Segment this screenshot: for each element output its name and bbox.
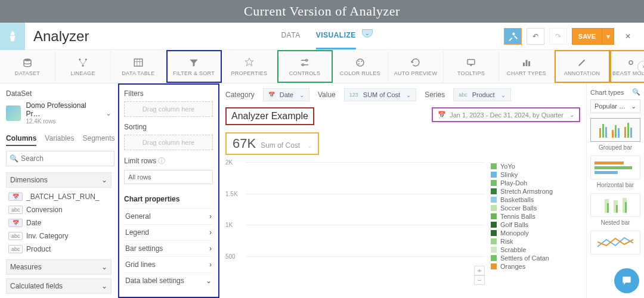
svg-point-0 (24, 58, 31, 61)
toolbar-dataset[interactable]: DATASET (0, 50, 55, 83)
close-button[interactable]: ✕ (619, 28, 637, 45)
legend-label: Basketballs (500, 196, 534, 203)
legend-label: Stretch Armstrong (500, 188, 553, 195)
toolbar-datatable[interactable]: DATA TABLE (111, 50, 166, 83)
chevron-down-icon[interactable]: ⌄ (362, 29, 373, 38)
cp-datalabel[interactable]: Data label settings⌄ (124, 272, 213, 288)
dataset-panel: DataSet Domo Professional Pr… 12.4K rows… (0, 83, 118, 298)
legend-swatch (491, 213, 497, 219)
redo-button[interactable]: ↷ (549, 28, 567, 45)
cp-gridlines[interactable]: Grid lines› (124, 256, 213, 272)
tab-data[interactable]: DATA (281, 23, 300, 49)
thumb-horizontal-bar[interactable] (590, 156, 640, 179)
field-item[interactable]: abcConversion (6, 203, 112, 216)
legend-label: Oranges (500, 263, 525, 270)
thumb-line[interactable] (590, 231, 640, 254)
chevron-down-icon: ⌄ (101, 176, 107, 184)
limit-rows-input[interactable] (124, 170, 213, 184)
svg-point-5 (306, 59, 308, 61)
legend-item[interactable]: Oranges (491, 262, 580, 271)
toolbar-tooltips[interactable]: TOOLTIPS (444, 50, 499, 83)
thumb-grouped-bar[interactable] (590, 118, 640, 142)
legend-label: Settlers of Catan (500, 254, 549, 262)
subtab-columns[interactable]: Columns (6, 134, 36, 146)
field-item[interactable]: 📅_BATCH_LAST_RUN_ (6, 190, 112, 203)
legend-item[interactable]: Monopoly (491, 229, 580, 237)
cp-general[interactable]: General› (124, 208, 213, 224)
y-tick-label: 500 (225, 253, 236, 259)
subtab-segments[interactable]: Segments (82, 134, 114, 146)
toolbar-beastmode[interactable]: BEAST MODE › (610, 50, 644, 83)
dataset-picker[interactable]: Domo Professional Pr… 12.4K rows ⌄ (6, 101, 112, 125)
chart-types-label: Chart types (590, 89, 624, 96)
filters-dropzone[interactable]: Drag column here (124, 101, 213, 117)
toolbar-properties[interactable]: PROPERTIES (222, 50, 277, 83)
info-icon[interactable]: ⓘ (158, 157, 165, 165)
kpi-value: 67K (233, 136, 256, 151)
chevron-down-icon[interactable]: ⌄ (106, 109, 112, 117)
group-calculated[interactable]: Calculated fields⌄ (6, 278, 112, 294)
chart-area: Category 📅Date⌄ Value 123SUM of Cost⌄ Se… (219, 83, 587, 298)
svg-rect-14 (528, 61, 530, 66)
field-item[interactable]: abcInv. Category (6, 229, 112, 243)
legend-item[interactable]: Settlers of Catan (491, 254, 580, 262)
chart-legend: YoYoSlinkyPlay-DohStretch ArmstrongBaske… (491, 162, 580, 271)
legend-item[interactable]: Tennis Balls (491, 212, 580, 221)
undo-button[interactable]: ↶ (527, 28, 544, 45)
toolbar-lineage[interactable]: LINEAGE (55, 50, 111, 83)
svg-point-7 (357, 59, 364, 66)
thumb-nested-bar[interactable] (590, 193, 640, 217)
number-icon: 123 (349, 92, 358, 98)
chevron-down-icon: ⌄ (101, 282, 107, 290)
save-button[interactable]: SAVE (572, 28, 602, 45)
tab-visualize[interactable]: VISUALIZE (316, 23, 356, 49)
field-item[interactable]: abcProduct (6, 243, 112, 256)
svg-rect-13 (526, 60, 528, 66)
toolbar-controls[interactable]: CONTROLS (277, 50, 333, 83)
sorting-label: Sorting (124, 123, 213, 131)
tools-button[interactable] (504, 28, 522, 45)
value-picker[interactable]: 123SUM of Cost⌄ (344, 88, 416, 101)
group-measures[interactable]: Measures⌄ (6, 259, 112, 275)
legend-swatch (491, 230, 497, 236)
legend-item[interactable]: Basketballs (491, 195, 580, 204)
toolbar-autopreview[interactable]: AUTO PREVIEW (388, 50, 444, 83)
toolbar-filtersort[interactable]: FILTER & SORT (166, 50, 222, 83)
legend-swatch (491, 247, 497, 253)
text-icon: abc (8, 206, 23, 214)
zoom-in-button[interactable]: + (474, 266, 485, 275)
search-input[interactable] (6, 151, 114, 166)
legend-item[interactable]: Golf Balls (491, 221, 580, 229)
toolbar-annotation[interactable]: ANNOTATION (555, 50, 610, 83)
thumb-label: Grouped bar (590, 144, 640, 151)
app-title: Analyzer (33, 28, 89, 45)
toolbar-colorrules[interactable]: COLOR RULES (333, 50, 388, 83)
date-range-picker[interactable]: 📅Jan 1, 2023 - Dec 31, 2024, by Quarter⌄ (432, 107, 580, 122)
search-icon[interactable]: 🔍 (632, 88, 640, 96)
series-picker[interactable]: abcProduct⌄ (453, 88, 510, 101)
legend-item[interactable]: Play-Doh (491, 179, 580, 187)
legend-swatch (491, 205, 497, 211)
cp-legend[interactable]: Legend› (124, 224, 213, 240)
group-dimensions[interactable]: Dimensions⌄ (6, 172, 112, 188)
chart-types-filter[interactable]: Popular …⌄ (590, 100, 640, 113)
chart-title[interactable]: Analyzer Example (225, 107, 314, 125)
cp-barsettings[interactable]: Bar settings› (124, 240, 213, 256)
category-picker[interactable]: 📅Date⌄ (263, 88, 309, 101)
subtab-variables[interactable]: Variables (45, 134, 74, 146)
legend-item[interactable]: Slinky (491, 170, 580, 179)
toolbar-charttypes[interactable]: CHART TYPES (499, 50, 555, 83)
legend-item[interactable]: Risk (491, 237, 580, 246)
sorting-dropzone[interactable]: Drag column here (124, 135, 213, 150)
legend-item[interactable]: Scrabble (491, 246, 580, 254)
legend-swatch (491, 172, 497, 178)
save-dropdown[interactable]: ▾ (602, 28, 614, 45)
page-banner: Current Version of Analyzer (0, 0, 644, 23)
field-item[interactable]: 📅Date (6, 216, 112, 229)
help-chat-button[interactable] (614, 268, 639, 293)
zoom-out-button[interactable]: − (474, 275, 485, 285)
legend-item[interactable]: Soccer Balls (491, 204, 580, 212)
legend-item[interactable]: YoYo (491, 162, 580, 170)
legend-item[interactable]: Stretch Armstrong (491, 187, 580, 195)
svg-point-2 (85, 58, 87, 60)
